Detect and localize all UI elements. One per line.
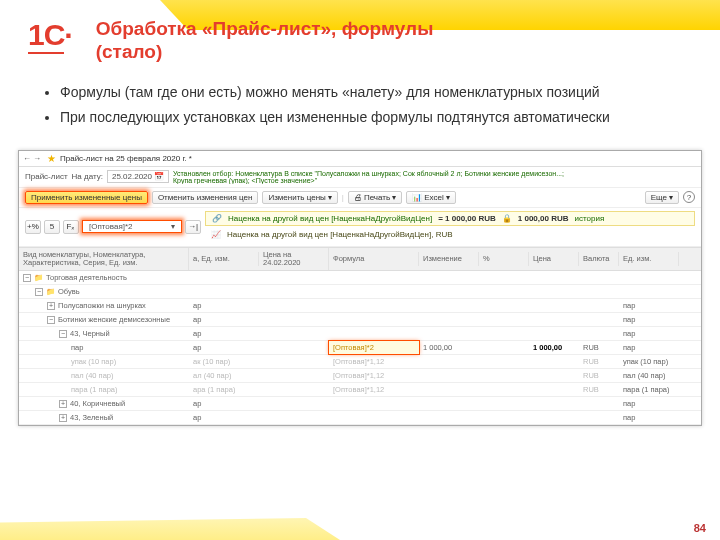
tree-toggle-icon[interactable]: −: [59, 330, 67, 338]
col-change[interactable]: Изменение: [419, 252, 479, 266]
cell-c7[interactable]: RUB: [579, 369, 619, 382]
change-prices-button[interactable]: Изменить цены ▾: [262, 191, 337, 204]
cell-c3[interactable]: [329, 304, 419, 308]
apply-formula-button[interactable]: →|: [185, 220, 201, 234]
cell-c8[interactable]: пара (1 пара): [619, 383, 679, 396]
cell-c8[interactable]: упак (10 пар): [619, 355, 679, 368]
cell-c7[interactable]: [579, 416, 619, 420]
col-unit2[interactable]: Ед. изм.: [619, 252, 679, 266]
col-unit[interactable]: а, Ед. изм.: [189, 252, 259, 266]
cell-c2[interactable]: [259, 276, 329, 280]
col-formula[interactable]: Формула: [329, 252, 419, 266]
cell-c5[interactable]: [479, 304, 529, 308]
print-button[interactable]: 🖨 Печать ▾: [348, 191, 402, 204]
nav-forward-button[interactable]: [33, 154, 43, 163]
fx-button[interactable]: Fₓ: [63, 220, 79, 234]
cell-c5[interactable]: [479, 332, 529, 336]
cell-c6[interactable]: [529, 332, 579, 336]
undo-changes-button[interactable]: Отменить изменения цен: [152, 191, 259, 204]
filter-link[interactable]: Установлен отбор: Номенклатура В списке …: [173, 170, 583, 184]
cell-c7[interactable]: RUB: [579, 383, 619, 396]
cell-c8[interactable]: пар: [619, 411, 679, 424]
cell-c6[interactable]: [529, 374, 579, 378]
cell-c2[interactable]: [259, 304, 329, 308]
cell-c4[interactable]: 1 000,00: [419, 341, 479, 354]
cell-c5[interactable]: [479, 374, 529, 378]
tree-toggle-icon[interactable]: +: [59, 400, 67, 408]
cell-c3[interactable]: [329, 402, 419, 406]
add5-button[interactable]: +%: [25, 220, 41, 234]
cell-c1[interactable]: ар: [189, 397, 259, 410]
cell-c8[interactable]: пар: [619, 341, 679, 354]
cell-c5[interactable]: [479, 388, 529, 392]
cell-c3[interactable]: [329, 290, 419, 294]
table-row[interactable]: пал (40 пар)ал (40 пар)[Оптовая]*1,12RUB…: [19, 369, 701, 383]
cell-c6[interactable]: [529, 290, 579, 294]
cell-c6[interactable]: [529, 318, 579, 322]
cell-c7[interactable]: [579, 332, 619, 336]
table-row[interactable]: −📁Обувь: [19, 285, 701, 299]
set5-button[interactable]: 5: [44, 220, 60, 234]
favorite-icon[interactable]: ★: [47, 153, 56, 164]
cell-c7[interactable]: RUB: [579, 355, 619, 368]
cell-c4[interactable]: [419, 332, 479, 336]
cell-c6[interactable]: [529, 388, 579, 392]
table-row[interactable]: упак (10 пар)ак (10 пар)[Оптовая]*1,12RU…: [19, 355, 701, 369]
cell-c2[interactable]: [259, 332, 329, 336]
cell-c5[interactable]: [479, 290, 529, 294]
cell-c5[interactable]: [479, 402, 529, 406]
col-price[interactable]: Цена: [529, 252, 579, 266]
cell-c8[interactable]: пар: [619, 299, 679, 312]
cell-c4[interactable]: [419, 360, 479, 364]
tree-toggle-icon[interactable]: −: [23, 274, 31, 282]
cell-c3[interactable]: [Оптовая]*1,12: [329, 369, 419, 382]
cell-c5[interactable]: [479, 318, 529, 322]
cell-c2[interactable]: [259, 374, 329, 378]
history-link[interactable]: история: [575, 214, 605, 223]
cell-c1[interactable]: [189, 290, 259, 294]
apply-prices-button[interactable]: Применить измененные цены: [25, 191, 148, 204]
cell-c2[interactable]: [259, 318, 329, 322]
cell-c3[interactable]: [Оптовая]*1,12: [329, 355, 419, 368]
cell-c2[interactable]: [259, 388, 329, 392]
cell-c8[interactable]: пар: [619, 397, 679, 410]
cell-c1[interactable]: ал (40 пар): [189, 369, 259, 382]
cell-c3[interactable]: [329, 276, 419, 280]
cell-c3[interactable]: [329, 332, 419, 336]
cell-c5[interactable]: [479, 416, 529, 420]
table-row[interactable]: −43, Черныйарпар: [19, 327, 701, 341]
cell-c4[interactable]: [419, 374, 479, 378]
cell-c2[interactable]: [259, 346, 329, 350]
cell-c6[interactable]: [529, 360, 579, 364]
cell-c8[interactable]: [619, 290, 679, 294]
cell-c8[interactable]: пал (40 пар): [619, 369, 679, 382]
cell-c7[interactable]: [579, 276, 619, 280]
table-row[interactable]: +40, Коричневыйарпар: [19, 397, 701, 411]
table-row[interactable]: +Полусапожки на шнуркахарпар: [19, 299, 701, 313]
col-nomenclature[interactable]: Вид номенклатуры, Номенклатура, Характер…: [19, 248, 189, 271]
cell-c8[interactable]: [619, 276, 679, 280]
col-currency[interactable]: Валюта: [579, 252, 619, 266]
cell-c4[interactable]: [419, 388, 479, 392]
cell-c4[interactable]: [419, 416, 479, 420]
cell-c7[interactable]: [579, 402, 619, 406]
cell-c8[interactable]: пар: [619, 313, 679, 326]
cell-c5[interactable]: [479, 276, 529, 280]
tree-toggle-icon[interactable]: −: [35, 288, 43, 296]
cell-c4[interactable]: [419, 304, 479, 308]
cell-c4[interactable]: [419, 318, 479, 322]
tree-toggle-icon[interactable]: +: [47, 302, 55, 310]
cell-c2[interactable]: [259, 360, 329, 364]
more-button[interactable]: Еще ▾: [645, 191, 679, 204]
formula-input[interactable]: [Оптовая]*2 ▾: [82, 220, 182, 233]
excel-button[interactable]: 📊 Excel ▾: [406, 191, 456, 204]
cell-c1[interactable]: ар: [189, 313, 259, 326]
table-row[interactable]: парар[Оптовая]*21 000,001 000,00RUBпар: [19, 341, 701, 355]
cell-c1[interactable]: ар: [189, 341, 259, 354]
tree-toggle-icon[interactable]: +: [59, 414, 67, 422]
cell-c1[interactable]: ар: [189, 411, 259, 424]
cell-c3[interactable]: [329, 318, 419, 322]
cell-c4[interactable]: [419, 276, 479, 280]
col-price-on[interactable]: Цена на 24.02.2020: [259, 248, 329, 271]
cell-c4[interactable]: [419, 402, 479, 406]
